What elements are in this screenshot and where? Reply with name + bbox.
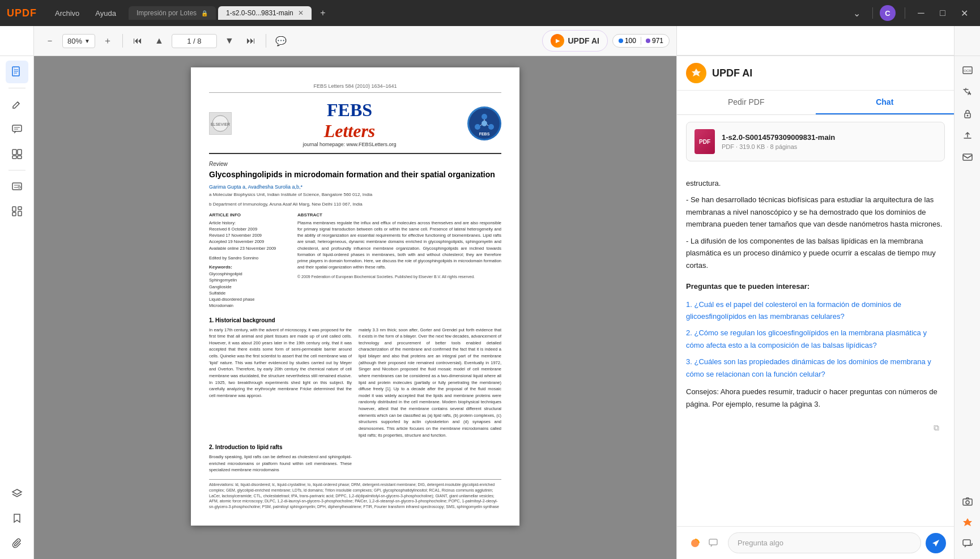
febs-title-area: FEBS Letters journal homepage: www.FEBSL… [232,100,467,147]
sidebar-icon-bookmark[interactable] [6,507,28,530]
comment-button[interactable]: 💬 [272,32,290,50]
ai-question-2[interactable]: 2. ¿Cómo se regulan los glicoesfingolípi… [686,327,945,351]
body-text1: In early 17th century, with the advent o… [209,327,352,399]
abstract-col: ABSTRACT Plasma membranes regulate the i… [297,212,501,309]
new-tab-button[interactable]: + [314,4,332,22]
right-icon-mail[interactable] [957,147,978,167]
right-icon-lock[interactable] [957,104,978,124]
ai-chat-area[interactable]: estructura. - Se han desarrollado técnic… [677,168,954,526]
svg-rect-19 [18,211,22,216]
next-page-button[interactable]: ▼ [220,32,238,50]
febs-subtitle: journal homepage: www.FEBSLetters.org [243,142,456,147]
sidebar-icon-comment[interactable] [6,118,28,140]
zoom-display[interactable]: 80% ▼ [62,34,95,48]
journal-logo-area: ELSEVIER [209,112,232,135]
ai-questions: 1. ¿Cuál es el papel del colesterol en l… [686,298,945,381]
updf-ai-logo: ▶ [551,34,564,48]
right-icon-translate[interactable] [957,82,978,103]
febs-main-title: FEBS Letters [243,100,456,142]
right-icon-camera[interactable] [957,491,978,511]
svg-rect-9 [18,150,22,155]
sidebar-icon-pages[interactable] [6,143,28,165]
tab-batch-print-label: Impresión por Lotes [137,9,197,17]
sidebar-icon-document[interactable] [6,61,28,83]
dropdown-btn[interactable]: ⌄ [847,4,866,22]
pdf-review-label: Review [209,161,501,167]
tab-ask-pdf[interactable]: Pedir PDF [677,91,816,114]
updf-ai-button[interactable]: ▶ UPDF AI [542,30,607,52]
ai-question-1[interactable]: 1. ¿Cuál es el papel del colesterol en l… [686,298,945,323]
svg-text:FEBS: FEBS [479,132,490,136]
page-display[interactable]: 1 / 8 [172,34,217,48]
ai-chat-icon[interactable] [705,535,721,551]
sidebar-icon-attachment[interactable] [6,532,28,554]
ai-panel-tabs: Pedir PDF Chat [677,91,954,115]
credits-badge[interactable]: 100 971 [612,34,670,48]
svg-rect-5 [12,125,22,131]
pdf-affiliations2: b Department of Immunology, Aruna Asaf A… [209,202,501,207]
tab-chat[interactable]: Chat [816,91,955,114]
right-icon-chat[interactable] [957,534,978,554]
right-icon-ai-assistant[interactable] [957,513,978,533]
right-sidebar: OCR [954,56,980,559]
ai-color-icon[interactable] [687,535,703,551]
ai-input-area: Pregunta algo [677,526,954,559]
ai-questions-intro: Preguntas que te pueden interesar: [686,280,945,292]
pdf-journal-header: ELSEVIER FEBS Letters journal homepage: … [209,100,501,154]
tab-batch-print[interactable]: Impresión por Lotes 🔒 [129,6,216,20]
body-col2: mately 3.3 nm thick; soon after, Gorter … [359,327,501,439]
ai-file-icon: PDF [694,129,715,154]
credit-blue: 100 [619,37,636,45]
pdf-authors: Garima Gupta a, Avadhesha Surolia a,b,* [209,184,501,190]
menu-archivo[interactable]: Archivo [47,7,87,20]
sidebar-icon-layers[interactable] [6,482,28,505]
zoom-out-button[interactable]: － [41,32,59,50]
copy-area: ⧉ [686,419,945,436]
maximize-button[interactable]: □ [934,4,952,22]
zoom-in-button[interactable]: ＋ [99,32,117,50]
abstract-text: Plasma membranes regulate the influx and… [297,220,501,271]
prev-page-button[interactable]: ▲ [150,32,168,50]
keywords-label: Keywords: [209,264,288,270]
body2-col2 [359,454,501,473]
copy-button[interactable]: ⧉ [928,419,945,436]
go-to-first-page-button[interactable]: ⏮ [129,32,147,50]
ai-file-meta: PDF · 319.0 KB · 8 páginas [722,143,936,150]
minimize-button[interactable]: ─ [912,4,930,22]
lock-icon: 🔒 [201,10,208,16]
zoom-value: 80% [67,37,82,45]
credit-purple: 971 [646,37,663,45]
credit-blue-value: 100 [625,37,636,45]
viewer-area[interactable]: FEBS Letters 584 (2010) 1634–1641 ELSEVI… [34,56,676,559]
ai-send-button[interactable] [926,533,946,553]
tab-document[interactable]: 1-s2.0-S0...9831-main ✕ [218,6,312,20]
toolbar-sep2 [266,34,266,48]
ai-question-3[interactable]: 3. ¿Cuáles son las propiedades dinámicas… [686,356,945,380]
right-icon-upload[interactable] [957,125,978,146]
credit-sep [641,37,641,45]
svg-point-26 [482,121,487,126]
ai-input-field[interactable]: Pregunta algo [728,532,921,553]
sidebar-icon-form[interactable] [6,175,28,198]
svg-rect-18 [12,212,16,216]
svg-point-24 [475,124,480,130]
menu-ayuda[interactable]: Ayuda [87,7,124,20]
close-button[interactable]: ✕ [955,4,973,22]
svg-rect-36 [963,154,972,160]
user-avatar[interactable]: C [880,5,896,21]
sidebar-icon-organize[interactable] [6,200,28,223]
svg-rect-15 [18,186,20,188]
tab-close-icon[interactable]: ✕ [298,9,304,17]
viewer-scroll[interactable]: FEBS Letters 584 (2010) 1634–1641 ELSEVI… [34,56,676,559]
ai-file-card: PDF 1-s2.0-S0014579309009831-main PDF · … [686,122,945,161]
right-icon-ocr[interactable]: OCR [957,61,978,81]
svg-rect-10 [12,156,16,159]
window-actions: ⌄ C ─ □ ✕ [847,4,973,22]
section2-title: 2. Introduction to lipid rafts [209,444,501,450]
go-to-last-page-button[interactable]: ⏭ [242,32,260,50]
ai-file-info: 1-s2.0-S0014579309009831-main PDF · 319.… [722,133,936,150]
sidebar-icon-edit[interactable] [6,93,28,116]
section1-title: 1. Historical background [209,317,501,323]
svg-rect-31 [709,539,717,545]
sidebar-div1 [8,88,25,88]
